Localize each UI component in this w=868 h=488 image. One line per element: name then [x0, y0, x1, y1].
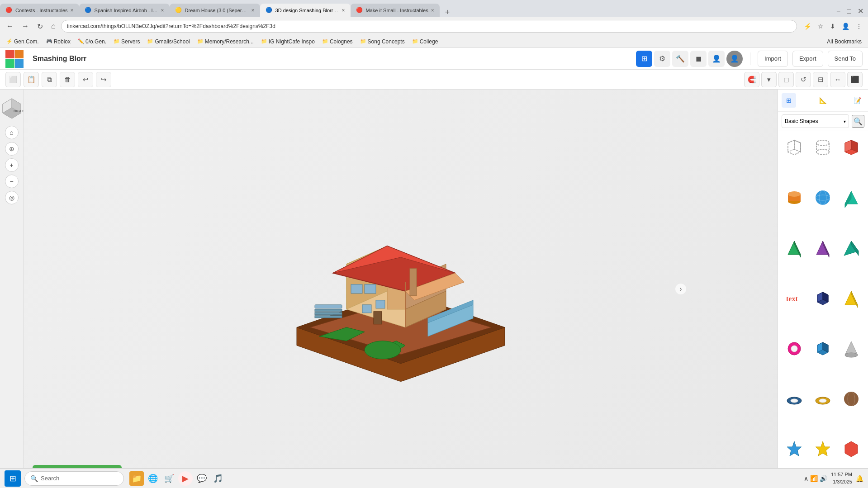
shape-item-blue-torus[interactable] [781, 385, 808, 412]
avatar-button[interactable]: 👤 [726, 51, 743, 67]
tab-airbnb[interactable]: 🔵 Spanish Inspired Airbnb - Instr... × [79, 4, 170, 17]
tab-close-dreamhouse[interactable]: × [251, 7, 255, 14]
home-button[interactable]: ⌂ [48, 20, 58, 32]
bookmark-memory[interactable]: 📁 Memory/Research... [194, 38, 256, 46]
tab-close-tinkercad[interactable]: × [342, 7, 345, 14]
taskbar-spotify[interactable]: 🎵 [211, 471, 225, 486]
shape-item-sphere-brown[interactable] [838, 385, 865, 412]
tab-makeitsmall[interactable]: 🔴 Make it Small - Instructables × [351, 4, 440, 17]
taskbar-edge-browser[interactable]: 🌐 [146, 471, 160, 486]
send-to-button[interactable]: Send To [828, 51, 863, 67]
bookmark-songconcepts[interactable]: 📁 Song Concepts [357, 38, 408, 46]
bookmark-servers[interactable]: 📁 Servers [111, 38, 142, 46]
profile-button[interactable]: 👤 [840, 21, 852, 31]
shape-item-ring-brown[interactable] [809, 385, 836, 412]
hammer-button[interactable]: 🔨 [672, 51, 688, 67]
tray-volume[interactable]: 🔊 [820, 475, 827, 482]
panel-collapse-button[interactable]: › [675, 284, 686, 294]
shape-item-cylinder-orange[interactable] [781, 184, 808, 211]
maximize-button[interactable]: □ [844, 5, 854, 17]
tab-close-makeitsmall[interactable]: × [431, 7, 434, 14]
menu-button[interactable]: ⋮ [854, 21, 864, 31]
shape-item-pyramid-green[interactable] [781, 235, 808, 262]
shape-hole-button[interactable]: ◻ [778, 72, 794, 87]
tab-tinkercad[interactable]: 🔵 3D design Smashing Blorr - Tin... × [260, 4, 351, 17]
group-button[interactable]: ⬛ [847, 72, 863, 87]
shape-item-prism-teal[interactable] [838, 184, 865, 211]
bookmark-roblox[interactable]: 🎮 Roblox [43, 38, 73, 46]
export-button[interactable]: Export [792, 51, 823, 67]
bookmark-college[interactable]: 📁 College [409, 38, 441, 46]
tray-network[interactable]: 📶 [810, 475, 818, 482]
shape-item-star-blue[interactable] [781, 436, 808, 463]
tab-close-airbnb[interactable]: × [161, 7, 164, 14]
copy-button[interactable]: 📋 [24, 72, 39, 87]
shape-item-hexagon-red[interactable] [838, 436, 865, 463]
back-button[interactable]: ← [4, 20, 16, 32]
duplicate-button[interactable]: ⧉ [42, 72, 57, 87]
redo-button[interactable]: ↪ [96, 72, 111, 87]
shape-item-pink-torus[interactable] [781, 335, 808, 362]
shape-item-sphere-blue[interactable] [809, 184, 836, 211]
shape-item-red-cube[interactable] [838, 134, 865, 161]
shape-item-navy-box[interactable] [809, 285, 836, 312]
rotate-button[interactable]: ↺ [796, 72, 811, 87]
shapes-grid-button[interactable]: ⊞ [782, 93, 796, 108]
grid-view-button[interactable]: ⊞ [636, 51, 652, 67]
taskbar-media[interactable]: ▶ [178, 471, 193, 486]
tab-dreamhouse[interactable]: 🟡 Dream House (3.0 (Seperated... × [170, 4, 260, 17]
bookmark-colognes[interactable]: 📁 Colognes [319, 38, 356, 46]
download-button[interactable]: ⬇ [828, 21, 838, 31]
taskbar-discord[interactable]: 💬 [194, 471, 209, 486]
tab-contests[interactable]: 🔴 Contests - Instructables × [0, 4, 79, 17]
bookmark-gencom[interactable]: ⚡ Gen.Com. [4, 38, 42, 46]
taskbar-search-box[interactable]: 🔍 Search [24, 471, 124, 486]
home-view-button[interactable]: ⌂ [5, 126, 19, 139]
shape-item-gray-cone[interactable] [838, 335, 865, 362]
new-tab-button[interactable]: + [441, 8, 454, 17]
shape-item-pyramid-teal[interactable] [838, 235, 865, 262]
undo-button[interactable]: ↩ [78, 72, 93, 87]
bookmark-nightcafe[interactable]: 📁 IG NightCafe Inspo [258, 38, 318, 46]
notification-icon[interactable]: 🔔 [856, 475, 863, 482]
start-button[interactable]: ⊞ [5, 470, 21, 487]
mirror-button[interactable]: ↔ [830, 72, 845, 87]
bookmark-oogen[interactable]: ✏️ 0/o.Gen. [75, 38, 109, 46]
shape-item-pyramid-purple[interactable] [809, 235, 836, 262]
view-cube[interactable]: RIGHT [0, 95, 24, 118]
orbit-button[interactable]: ⊕ [5, 142, 19, 156]
bookmark-button[interactable]: ☆ [816, 21, 826, 31]
import-button[interactable]: Import [758, 51, 788, 67]
canvas-area[interactable]: › Settings Snap Grid ▾ Preparing model f… [24, 90, 778, 488]
extensions-button[interactable]: ⚡ [802, 21, 814, 31]
tab-close-contests[interactable]: × [71, 7, 74, 14]
tray-chevron[interactable]: ∧ [804, 475, 808, 482]
snap-button[interactable]: 🧲 [744, 72, 759, 87]
address-bar[interactable]: tinkercad.com/things/bOLLNBeOZJq/edit?re… [61, 20, 797, 33]
shape-item-text-red[interactable]: text [781, 285, 808, 312]
taskbar-file-explorer[interactable]: 📁 [129, 471, 144, 486]
shapes-panel-button[interactable]: ◼ [690, 51, 707, 67]
close-button[interactable]: ✕ [855, 5, 866, 17]
shapes-search-button[interactable]: 🔍 [852, 115, 864, 128]
shape-item-blue-box[interactable] [809, 335, 836, 362]
shape-item-pyramid-yellow[interactable] [838, 285, 865, 312]
notes-panel-button[interactable]: 📝 [850, 93, 864, 108]
time-date-display[interactable]: 11:57 PM 1/3/2025 [831, 471, 852, 485]
minimize-button[interactable]: − [834, 5, 843, 17]
snap-dropdown[interactable]: ▾ [761, 72, 777, 87]
ruler-panel-button[interactable]: 📐 [816, 93, 830, 108]
shape-item-cylinder-hole[interactable] [809, 134, 836, 161]
taskbar-store[interactable]: 🛒 [162, 471, 176, 486]
user-button[interactable]: 👤 [708, 51, 725, 67]
shapes-dropdown[interactable]: Basic Shapes ▾ [782, 114, 849, 128]
select-all-button[interactable]: ⬜ [5, 72, 21, 87]
all-bookmarks-button[interactable]: All Bookmarks [824, 38, 864, 46]
delete-button[interactable]: 🗑 [60, 72, 75, 87]
zoom-in-button[interactable]: + [5, 158, 19, 172]
forward-button[interactable]: → [19, 20, 32, 32]
refresh-button[interactable]: ↻ [34, 20, 46, 33]
zoom-out-button[interactable]: − [5, 175, 19, 188]
fit-view-button[interactable]: ◎ [5, 191, 19, 204]
tools-button[interactable]: ⚙ [654, 51, 670, 67]
